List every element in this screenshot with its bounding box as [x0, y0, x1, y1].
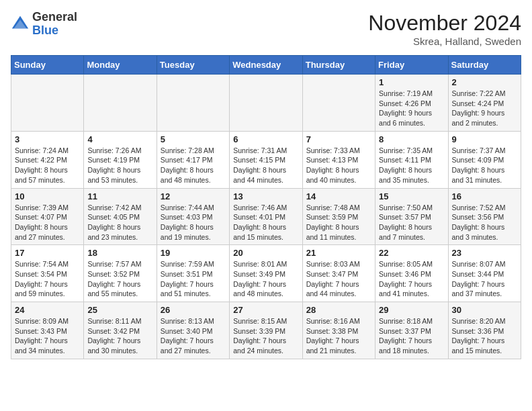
day-number: 15	[379, 191, 444, 201]
day-cell: 13Sunrise: 7:46 AM Sunset: 4:01 PM Dayli…	[230, 188, 302, 245]
day-number: 14	[306, 191, 371, 201]
logo-general: General	[32, 11, 77, 24]
day-number: 4	[87, 134, 152, 144]
calendar-table: SundayMondayTuesdayWednesdayThursdayFrid…	[11, 55, 521, 359]
day-number: 6	[233, 134, 298, 144]
header-row: SundayMondayTuesdayWednesdayThursdayFrid…	[11, 56, 521, 75]
header-sunday: Sunday	[11, 56, 84, 75]
logo: General Blue	[11, 11, 77, 38]
day-cell: 26Sunrise: 8:13 AM Sunset: 3:40 PM Dayli…	[157, 302, 229, 359]
day-cell: 19Sunrise: 7:59 AM Sunset: 3:51 PM Dayli…	[157, 245, 229, 302]
day-number: 27	[233, 305, 298, 315]
day-number: 20	[233, 248, 298, 258]
day-info: Sunrise: 8:13 AM Sunset: 3:40 PM Dayligh…	[161, 316, 226, 356]
day-number: 2	[452, 77, 517, 87]
day-info: Sunrise: 8:05 AM Sunset: 3:46 PM Dayligh…	[379, 259, 444, 299]
day-info: Sunrise: 7:33 AM Sunset: 4:13 PM Dayligh…	[306, 146, 371, 185]
header-wednesday: Wednesday	[230, 56, 302, 75]
day-number: 29	[379, 305, 444, 315]
week-row-3: 17Sunrise: 7:54 AM Sunset: 3:54 PM Dayli…	[11, 245, 521, 302]
day-cell	[84, 75, 157, 132]
day-cell: 4Sunrise: 7:26 AM Sunset: 4:19 PM Daylig…	[84, 131, 157, 188]
day-number: 19	[161, 248, 226, 258]
day-cell: 18Sunrise: 7:57 AM Sunset: 3:52 PM Dayli…	[84, 245, 157, 302]
day-cell	[302, 75, 375, 132]
day-cell: 1Sunrise: 7:19 AM Sunset: 4:26 PM Daylig…	[375, 75, 448, 132]
day-cell: 25Sunrise: 8:11 AM Sunset: 3:42 PM Dayli…	[84, 302, 157, 359]
day-info: Sunrise: 7:59 AM Sunset: 3:51 PM Dayligh…	[161, 259, 226, 299]
day-number: 13	[233, 191, 298, 201]
day-info: Sunrise: 8:03 AM Sunset: 3:47 PM Dayligh…	[306, 259, 371, 299]
day-info: Sunrise: 8:11 AM Sunset: 3:42 PM Dayligh…	[87, 316, 152, 356]
day-info: Sunrise: 7:46 AM Sunset: 4:01 PM Dayligh…	[233, 203, 298, 242]
day-cell	[230, 75, 302, 132]
day-info: Sunrise: 7:42 AM Sunset: 4:05 PM Dayligh…	[87, 203, 152, 242]
day-info: Sunrise: 7:28 AM Sunset: 4:17 PM Dayligh…	[161, 146, 226, 185]
day-number: 3	[15, 134, 80, 144]
day-number: 8	[379, 134, 444, 144]
day-number: 22	[379, 248, 444, 258]
day-number: 30	[452, 305, 517, 315]
day-cell: 22Sunrise: 8:05 AM Sunset: 3:46 PM Dayli…	[375, 245, 448, 302]
page-header: General Blue November 2024 Skrea, Hallan…	[11, 11, 521, 47]
day-info: Sunrise: 8:15 AM Sunset: 3:39 PM Dayligh…	[233, 316, 298, 356]
day-info: Sunrise: 7:24 AM Sunset: 4:22 PM Dayligh…	[15, 146, 80, 185]
header-thursday: Thursday	[302, 56, 375, 75]
day-cell: 5Sunrise: 7:28 AM Sunset: 4:17 PM Daylig…	[157, 131, 229, 188]
day-info: Sunrise: 7:54 AM Sunset: 3:54 PM Dayligh…	[15, 259, 80, 299]
day-cell: 8Sunrise: 7:35 AM Sunset: 4:11 PM Daylig…	[375, 131, 448, 188]
day-cell: 10Sunrise: 7:39 AM Sunset: 4:07 PM Dayli…	[11, 188, 84, 245]
day-cell: 30Sunrise: 8:20 AM Sunset: 3:36 PM Dayli…	[448, 302, 521, 359]
day-info: Sunrise: 8:18 AM Sunset: 3:37 PM Dayligh…	[379, 316, 444, 356]
day-number: 16	[452, 191, 517, 201]
day-cell: 27Sunrise: 8:15 AM Sunset: 3:39 PM Dayli…	[230, 302, 302, 359]
month-title: November 2024	[368, 11, 521, 36]
day-number: 11	[87, 191, 152, 201]
day-number: 26	[161, 305, 226, 315]
day-cell: 28Sunrise: 8:16 AM Sunset: 3:38 PM Dayli…	[302, 302, 375, 359]
day-number: 23	[452, 248, 517, 258]
day-number: 7	[306, 134, 371, 144]
day-cell: 12Sunrise: 7:44 AM Sunset: 4:03 PM Dayli…	[157, 188, 229, 245]
day-number: 28	[306, 305, 371, 315]
day-number: 18	[87, 248, 152, 258]
day-cell: 2Sunrise: 7:22 AM Sunset: 4:24 PM Daylig…	[448, 75, 521, 132]
logo-blue: Blue	[32, 24, 77, 38]
day-info: Sunrise: 8:09 AM Sunset: 3:43 PM Dayligh…	[15, 316, 80, 356]
day-number: 1	[379, 77, 444, 87]
day-info: Sunrise: 7:31 AM Sunset: 4:15 PM Dayligh…	[233, 146, 298, 185]
day-info: Sunrise: 8:01 AM Sunset: 3:49 PM Dayligh…	[233, 259, 298, 299]
day-info: Sunrise: 7:35 AM Sunset: 4:11 PM Dayligh…	[379, 146, 444, 185]
logo-icon	[11, 15, 30, 34]
day-cell: 14Sunrise: 7:48 AM Sunset: 3:59 PM Dayli…	[302, 188, 375, 245]
week-row-4: 24Sunrise: 8:09 AM Sunset: 3:43 PM Dayli…	[11, 302, 521, 359]
day-cell: 9Sunrise: 7:37 AM Sunset: 4:09 PM Daylig…	[448, 131, 521, 188]
day-number: 9	[452, 134, 517, 144]
day-cell: 7Sunrise: 7:33 AM Sunset: 4:13 PM Daylig…	[302, 131, 375, 188]
header-friday: Friday	[375, 56, 448, 75]
day-info: Sunrise: 7:57 AM Sunset: 3:52 PM Dayligh…	[87, 259, 152, 299]
week-row-0: 1Sunrise: 7:19 AM Sunset: 4:26 PM Daylig…	[11, 75, 521, 132]
day-cell: 11Sunrise: 7:42 AM Sunset: 4:05 PM Dayli…	[84, 188, 157, 245]
day-info: Sunrise: 7:50 AM Sunset: 3:57 PM Dayligh…	[379, 203, 444, 242]
day-cell: 24Sunrise: 8:09 AM Sunset: 3:43 PM Dayli…	[11, 302, 84, 359]
day-info: Sunrise: 8:16 AM Sunset: 3:38 PM Dayligh…	[306, 316, 371, 356]
day-info: Sunrise: 7:44 AM Sunset: 4:03 PM Dayligh…	[161, 203, 226, 242]
header-monday: Monday	[84, 56, 157, 75]
day-info: Sunrise: 7:22 AM Sunset: 4:24 PM Dayligh…	[452, 89, 517, 128]
day-info: Sunrise: 7:37 AM Sunset: 4:09 PM Dayligh…	[452, 146, 517, 185]
day-number: 24	[15, 305, 80, 315]
day-cell: 3Sunrise: 7:24 AM Sunset: 4:22 PM Daylig…	[11, 131, 84, 188]
day-info: Sunrise: 7:26 AM Sunset: 4:19 PM Dayligh…	[87, 146, 152, 185]
day-number: 5	[161, 134, 226, 144]
day-info: Sunrise: 7:19 AM Sunset: 4:26 PM Dayligh…	[379, 89, 444, 128]
week-row-2: 10Sunrise: 7:39 AM Sunset: 4:07 PM Dayli…	[11, 188, 521, 245]
day-cell	[157, 75, 229, 132]
week-row-1: 3Sunrise: 7:24 AM Sunset: 4:22 PM Daylig…	[11, 131, 521, 188]
day-number: 17	[15, 248, 80, 258]
day-cell	[11, 75, 84, 132]
day-number: 25	[87, 305, 152, 315]
day-cell: 16Sunrise: 7:52 AM Sunset: 3:56 PM Dayli…	[448, 188, 521, 245]
day-cell: 15Sunrise: 7:50 AM Sunset: 3:57 PM Dayli…	[375, 188, 448, 245]
day-cell: 6Sunrise: 7:31 AM Sunset: 4:15 PM Daylig…	[230, 131, 302, 188]
